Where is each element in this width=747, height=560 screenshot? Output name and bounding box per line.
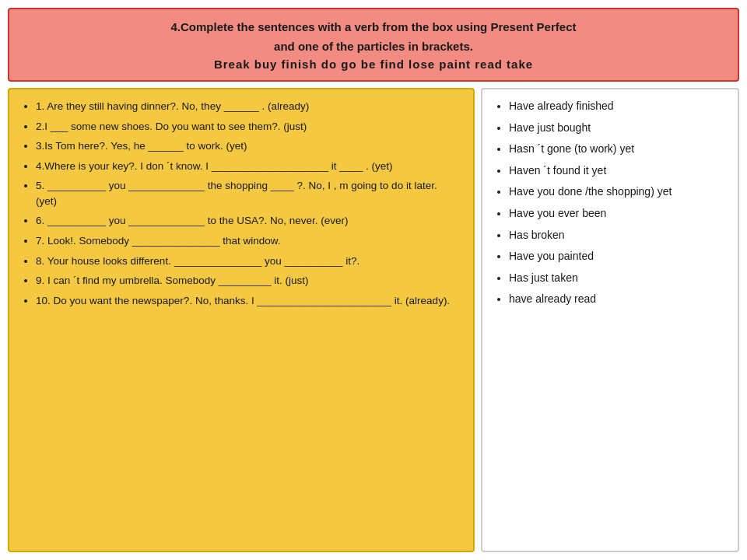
header-title-line1: 4.Complete the sentences with a verb fro… — [22, 19, 725, 35]
right-panel: Have already finishedHave just boughtHas… — [481, 88, 739, 552]
header-title-line2: and one of the particles in brackets. — [22, 38, 725, 54]
answer-item-5: Have you done /the shopping) yet — [509, 184, 725, 200]
sentence-item-4: 4.Where is your key?. I don ´t know. I _… — [36, 159, 461, 174]
sentence-item-6: 6. __________ you _____________ to the U… — [36, 213, 461, 229]
sentence-item-3: 3.Is Tom here?. Yes, he ______ to work. … — [36, 138, 461, 154]
sentence-item-10: 10. Do you want the newspaper?. No, than… — [36, 293, 461, 309]
answer-item-2: Have just bought — [509, 121, 725, 136]
answer-item-8: Have you painted — [509, 249, 725, 264]
sentence-item-9: 9. I can ´t find my umbrella. Somebody _… — [36, 273, 461, 289]
page: 4.Complete the sentences with a verb fro… — [0, 0, 747, 560]
sentence-item-7: 7. Look!. Somebody _______________ that … — [36, 233, 461, 249]
sentence-item-8: 8. Your house looks different. _________… — [36, 254, 461, 269]
answer-item-3: Hasn ´t gone (to work) yet — [509, 142, 725, 157]
answer-item-4: Haven ´t found it yet — [509, 163, 725, 179]
sentence-list: 1. Are they still having dinner?. No, th… — [22, 99, 461, 308]
answer-item-6: Have you ever been — [509, 206, 725, 222]
sentence-item-5: 5. __________ you _____________ the shop… — [36, 178, 461, 208]
sentence-item-1: 1. Are they still having dinner?. No, th… — [36, 99, 461, 114]
answer-item-10: have already read — [509, 292, 725, 307]
left-panel: 1. Are they still having dinner?. No, th… — [8, 88, 475, 552]
content-area: 1. Are they still having dinner?. No, th… — [8, 88, 739, 552]
answer-item-7: Has broken — [509, 228, 725, 243]
answer-item-1: Have already finished — [509, 99, 725, 114]
sentence-item-2: 2.I ___ some new shoes. Do you want to s… — [36, 119, 461, 135]
header-words: Break buy finish do go be find lose pain… — [22, 58, 725, 71]
answer-list: Have already finishedHave just boughtHas… — [495, 99, 725, 307]
answer-item-9: Has just taken — [509, 271, 725, 286]
header-box: 4.Complete the sentences with a verb fro… — [8, 8, 739, 82]
